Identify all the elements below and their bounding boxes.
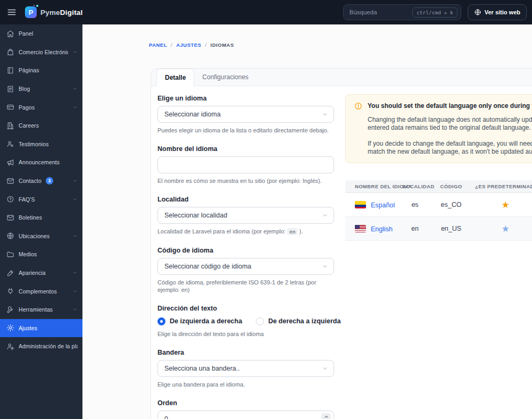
field-label: Nombre del idioma [157,145,334,153]
sidebar-item-apariencia[interactable]: Apariencia [0,264,82,282]
language-settings-card: Detalle Configuraciones Elige un idioma … [151,68,532,419]
locale-select[interactable]: Seleccionar localidad [157,207,334,224]
chevron-down-icon [322,263,328,270]
sidebar-item-complementos[interactable]: Complementos [0,282,82,300]
card-body: Elige un idioma Seleccionar idioma Puede… [151,86,532,419]
user-gear-icon [6,342,14,350]
sidebar-item-careers[interactable]: Careers [0,116,82,135]
select-value: Seleccionar código de idioma [164,263,322,270]
sidebar-item-announcements[interactable]: Announcements [0,153,82,172]
languages-panel: You should set the default language only… [345,94,532,419]
language-name-input[interactable] [157,156,334,173]
code-cell: en_US [431,217,471,241]
chevron-down-icon [72,105,78,110]
radio-unchecked-icon [256,317,264,325]
field-label: Elige un idioma [157,94,334,103]
brand-logo[interactable]: P PymeDigital [25,6,82,18]
sidebar-item-herramientas[interactable]: Herramientas [0,300,82,319]
chevron-down-icon [72,270,78,275]
table-row: Englishenen_US★ [345,217,532,241]
field-label: Orden [157,399,334,407]
user-badge-icon [6,140,14,148]
star-icon[interactable]: ★ [501,200,509,210]
field-text-direction: Dirección del texto De izquierda a derec… [157,304,334,338]
book-icon [6,66,14,74]
table-body: Españoleses_CO★Englishenen_US★ [345,193,532,241]
table-column-header: NOMBRE DEL IDIOMA [345,180,398,193]
folder-icon [6,250,14,258]
flag-select[interactable]: Selecciona una bandera.. [157,360,334,377]
choose-language-select[interactable]: Seleccionar idioma [157,106,334,123]
language-link[interactable]: Español [371,202,395,209]
envelope-icon [6,214,14,222]
alert-circle-icon [354,102,362,156]
code-chip: en [287,228,297,235]
sidebar-item-administracion[interactable]: Administración de la plat... [0,337,82,356]
breadcrumb-link[interactable]: PANEL [149,42,167,48]
tab-configuraciones[interactable]: Configuraciones [194,69,256,86]
search-input[interactable] [350,9,412,15]
sidebar-item-comercio-electronico[interactable]: Comercio Electrónico [0,43,82,62]
tab-detalle[interactable]: Detalle [156,69,194,86]
sidebar-item-panel[interactable]: Panel [0,24,82,43]
breadcrumb-separator: / [171,42,172,48]
field-language-code: Código de idioma Seleccionar código de i… [157,246,334,294]
chevron-down-icon [322,365,328,372]
language-link[interactable]: English [371,225,393,233]
radio-rtl[interactable]: De derecha a izquierda [256,317,340,325]
field-help: Elige una bandera para el idioma. [157,381,334,388]
view-site-button[interactable]: Ver sitio web [468,4,527,20]
sidebar-item-contacto[interactable]: Contacto3 [0,172,82,190]
alert-title: You should set the default language only… [368,102,532,110]
order-input[interactable] [157,410,334,419]
search-shortcut-badge: ctrl/cmd + k [412,7,458,18]
chevron-down-icon [72,178,78,183]
sidebar-item-blog[interactable]: Blog [0,80,82,98]
breadcrumb: PANEL/AJUSTES/IDIOMAS [149,42,234,48]
tabstrip: Detalle Configuraciones [151,69,532,86]
language-form: Elige un idioma Seleccionar idioma Puede… [157,94,334,419]
sidebar-item-testimonios[interactable]: Testimonios [0,135,82,154]
field-label: Localidad [157,195,334,204]
table-column-header: LOCALIDAD [398,180,431,193]
topbar: P PymeDigital ctrl/cmd + k Ver sitio web [0,0,532,24]
us-flag-icon [355,225,366,232]
select-value: Selecciona una bandera.. [164,365,322,372]
global-search[interactable]: ctrl/cmd + k [343,4,461,20]
language-code-select[interactable]: Seleccionar código de idioma [157,258,334,275]
sidebar-item-ajustes[interactable]: Ajustes [0,319,82,338]
breadcrumb-current: IDIOMAS [211,42,234,48]
sidebar-item-boletines[interactable]: Boletines [0,208,82,227]
sidebar-item-paginas[interactable]: Páginas [0,61,82,80]
brand-name: PymeDigital [40,9,82,16]
chevron-down-icon [72,86,78,91]
sidebar-item-ubicaciones[interactable]: Ubicaciones [0,227,82,246]
gear-icon [6,324,14,332]
number-stepper[interactable] [321,413,331,419]
sidebar-item-medios[interactable]: Medios [0,245,82,264]
locale-cell: en [398,217,431,241]
alert-paragraph: Changing the default language does not a… [368,116,532,124]
field-label: Código de idioma [157,246,334,255]
field-locale: Localidad Seleccionar localidad Localida… [157,195,334,236]
field-help: Elige la dirección del texto para el idi… [157,330,334,338]
building-icon [6,122,14,130]
breadcrumb-link[interactable]: AJUSTES [176,42,201,48]
table-header-row: NOMBRE DEL IDIOMALOCALIDADCÓDIGO¿ES PRED… [345,180,532,193]
field-flag: Bandera Selecciona una bandera.. Elige u… [157,348,334,388]
hamburger-menu-icon[interactable] [7,7,16,17]
shopping-bag-icon [6,48,14,56]
star-icon[interactable]: ★ [501,224,509,233]
table-column-header: CÓDIGO [431,180,471,193]
home-icon [6,30,14,38]
sidebar-item-pagos[interactable]: Pagos [0,98,82,116]
languages-table: NOMBRE DEL IDIOMALOCALIDADCÓDIGO¿ES PRED… [345,180,532,241]
sidebar-item-faqs[interactable]: FAQ'S [0,190,82,208]
alert-paragraph: match the new default language, as it wo… [368,148,532,156]
sidebar-nav: PanelComercio ElectrónicoPáginasBlogPago… [0,24,82,356]
direction-radio-group: De izquierda a derecha De derecha a izqu… [157,316,334,326]
envelope-icon [6,177,14,185]
alert-paragraph: entered data remains tied to the origina… [368,124,532,132]
sidebar: PanelComercio ElectrónicoPáginasBlogPago… [0,24,82,419]
radio-ltr[interactable]: De izquierda a derecha [157,317,242,325]
